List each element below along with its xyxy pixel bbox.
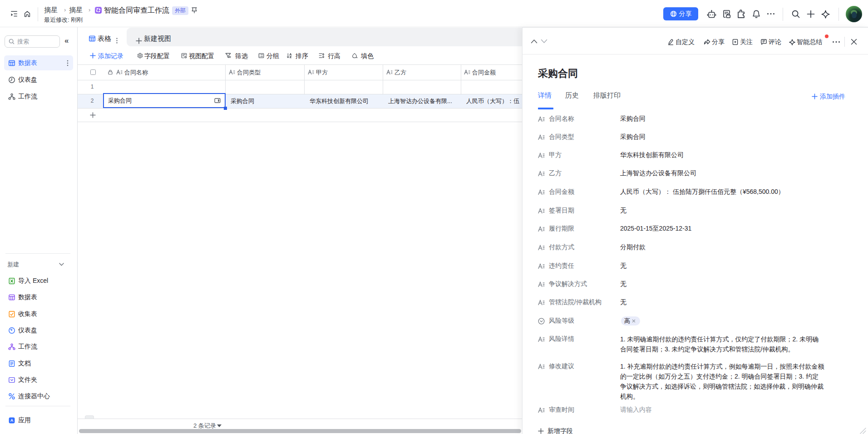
svg-text:A: A	[10, 418, 14, 423]
